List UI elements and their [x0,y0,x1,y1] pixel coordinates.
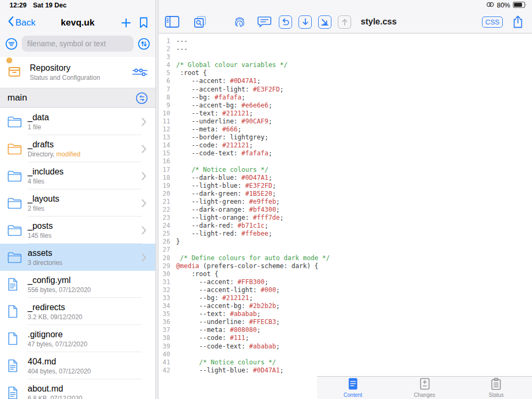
file-row-gitignore[interactable]: .gitignore47 bytes, 07/12/2020 [0,325,155,352]
clock: 12:29 [10,2,27,9]
folder-icon [7,143,28,155]
filter-icon[interactable] [5,38,18,50]
line-number: 18 [159,174,170,182]
graph-icon[interactable] [132,66,148,78]
folder-icon [7,224,28,236]
comment-icon[interactable] [257,15,271,28]
repository-row[interactable]: Repository Status and Configuration [0,57,155,88]
line-number: 5 [159,69,170,77]
back-button[interactable]: Back [7,16,36,29]
search-input[interactable] [22,36,134,52]
code-line: 22 --dark-orange: #bf4300; [159,206,532,214]
undo-icon[interactable] [279,15,292,29]
bookmark-icon[interactable] [139,17,148,28]
chevron-right-icon [142,172,155,180]
code-line: 9 --accent-bg: #e6e6e6; [159,102,532,110]
file-row-layouts[interactable]: _layouts2 files [0,189,155,217]
code-line: 14 --code: #212121; [159,142,532,149]
code-line: 25 --light-red: #ffebee; [159,230,532,238]
file-row-config-yml[interactable]: _config.yml556 bytes, 07/12/2020 [0,271,155,298]
code-line: 8 --bg: #fafafa; [159,94,532,102]
file-detail: 1 file [28,123,137,131]
fingerprint-icon[interactable] [234,16,246,28]
tab-status[interactable]: Status [460,377,532,399]
code-editor[interactable]: 1---2---34/* Global colour variables */5… [159,34,532,376]
hotspot-icon [486,2,494,9]
line-number: 4 [159,61,170,69]
sidebar: Back kevq.uk [0,0,155,399]
line-number: 39 [159,343,170,351]
file-row-redirects[interactable]: _redirects3.2 KB, 09/12/2020 [0,298,155,325]
code-line: 29@media (prefers-color-scheme: dark) { [159,262,532,270]
language-badge[interactable]: CSS [482,16,503,28]
code-line: 31 --accent: #FFB300; [159,278,532,286]
file-detail: 556 bytes, 07/12/2020 [28,286,137,294]
code-line: 27 [159,246,532,254]
line-number: 7 [159,86,170,94]
file-detail: 47 bytes, 07/12/2020 [28,340,137,348]
file-row-posts[interactable]: _posts145 files [0,217,155,244]
code-line: 37 --meta: #808080; [159,326,532,334]
line-number: 9 [159,102,170,110]
file-detail: 4 files [28,178,137,185]
chevron-right-icon [142,226,155,235]
push-icon[interactable] [338,15,351,29]
changes-tab-icon [420,378,430,391]
code-line: 18 --dark-blue: #0D47A1; [159,174,532,182]
sidebar-toggle-icon[interactable] [165,16,179,28]
code-line: 1--- [159,37,532,45]
line-number: 8 [159,94,170,102]
file-row-404-md[interactable]: 404.md404 bytes, 07/12/2020 [0,352,155,379]
add-icon[interactable] [121,18,131,28]
code-line: 3 [159,53,532,61]
file-row-about-md[interactable]: about.md6.8 KB, 07/12/2020 [0,379,155,399]
commit-icon[interactable] [318,15,331,29]
code-line: 26} [159,238,532,246]
search-files-icon[interactable] [193,15,207,29]
pane-divider[interactable] [155,0,159,399]
tab-label: Status [489,392,504,398]
line-number: 34 [159,302,170,310]
file-detail: Directory, modified [28,151,137,158]
code-line: 41 /* Notice colours */ [159,359,532,367]
file-row-data[interactable]: _data1 file [0,108,155,135]
line-number: 28 [159,254,170,262]
file-icon [7,305,28,318]
file-name: _config.yml [28,275,137,285]
editor-pane: style.css CSS 1---2---34/* Global colour… [159,0,532,399]
chevron-right-icon [142,253,155,262]
tab-changes[interactable]: Changes [389,377,461,399]
line-number: 42 [159,367,170,375]
code-line: 23 --light-orange: #fff7de; [159,214,532,222]
sidebar-nav: Back kevq.uk [0,11,155,35]
code-line: 4/* Global colour variables */ [159,61,532,69]
line-number: 24 [159,222,170,230]
file-name: _layouts [28,194,137,204]
repository-icon [7,70,21,79]
code-line: 35 --text: #ababab; [159,310,532,318]
file-row-drafts[interactable]: _draftsDirectory, modified [0,135,155,162]
sort-icon[interactable] [138,38,150,50]
file-row-assets[interactable]: assets3 directories [0,244,155,271]
share-icon[interactable] [512,15,523,29]
branch-header: main [0,88,155,108]
line-number: 33 [159,294,170,302]
chevron-right-icon [142,199,155,207]
code-line: 28 /* Define colours for auto dark mode … [159,254,532,262]
line-number: 16 [159,157,170,165]
code-line: 12 --meta: #666; [159,126,532,134]
tab-content[interactable]: Content [317,377,389,399]
pull-icon[interactable] [298,15,312,29]
code-line: 21 --light-green: #e9ffeb; [159,198,532,206]
folder-icon [7,197,28,209]
line-number: 1 [159,37,170,45]
line-number: 40 [159,351,170,359]
switch-branch-icon[interactable] [136,92,148,104]
file-name: _redirects [28,302,137,312]
file-detail: 3.2 KB, 09/12/2020 [28,313,137,321]
status-bar: 12:29 Sat 19 Dec 80% [0,0,532,11]
folder-icon [7,251,28,263]
line-number: 29 [159,262,170,270]
code-line: 30 :root { [159,270,532,278]
file-row-includes[interactable]: _includes4 files [0,162,155,189]
